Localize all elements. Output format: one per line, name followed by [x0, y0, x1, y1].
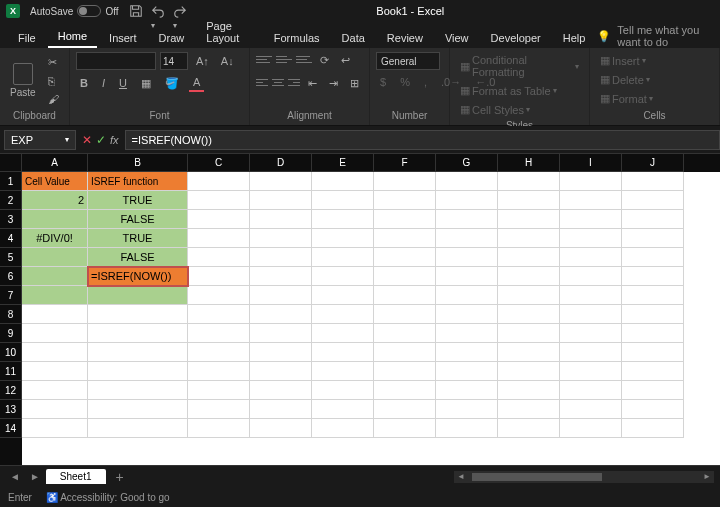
cell-B12[interactable]	[88, 381, 188, 400]
conditional-formatting-button[interactable]: ▦ Conditional Formatting ▾	[456, 52, 583, 80]
cell-D9[interactable]	[250, 324, 312, 343]
cell-J9[interactable]	[622, 324, 684, 343]
cell-B7[interactable]	[88, 286, 188, 305]
cell-I9[interactable]	[560, 324, 622, 343]
cell-J6[interactable]	[622, 267, 684, 286]
cell-C1[interactable]	[188, 172, 250, 191]
number-format-select[interactable]	[376, 52, 440, 70]
align-center-icon[interactable]	[272, 75, 284, 89]
cell-I7[interactable]	[560, 286, 622, 305]
cell-I3[interactable]	[560, 210, 622, 229]
paste-button[interactable]: Paste	[6, 61, 40, 100]
cell-C3[interactable]	[188, 210, 250, 229]
cell-G2[interactable]	[436, 191, 498, 210]
sheet-tab-active[interactable]: Sheet1	[46, 469, 106, 484]
cell-G7[interactable]	[436, 286, 498, 305]
toggle-switch-icon[interactable]	[77, 5, 101, 17]
cell-B3[interactable]: FALSE	[88, 210, 188, 229]
cell-D8[interactable]	[250, 305, 312, 324]
autosave-toggle[interactable]: AutoSave Off	[30, 5, 119, 17]
cell-G13[interactable]	[436, 400, 498, 419]
cell-H2[interactable]	[498, 191, 560, 210]
cell-F9[interactable]	[374, 324, 436, 343]
cell-D4[interactable]	[250, 229, 312, 248]
cell-G5[interactable]	[436, 248, 498, 267]
format-painter-icon[interactable]: 🖌	[44, 91, 63, 107]
cell-H8[interactable]	[498, 305, 560, 324]
row-header-8[interactable]: 8	[0, 305, 22, 324]
horizontal-scrollbar[interactable]: ◄ ►	[454, 471, 714, 483]
accounting-icon[interactable]: $	[376, 74, 390, 90]
cell-A9[interactable]	[22, 324, 88, 343]
cell-I10[interactable]	[560, 343, 622, 362]
row-header-10[interactable]: 10	[0, 343, 22, 362]
cell-E3[interactable]	[312, 210, 374, 229]
comma-icon[interactable]: ,	[420, 74, 431, 90]
cell-F12[interactable]	[374, 381, 436, 400]
cell-B13[interactable]	[88, 400, 188, 419]
cell-D14[interactable]	[250, 419, 312, 438]
column-header-j[interactable]: J	[622, 154, 684, 172]
cell-C7[interactable]	[188, 286, 250, 305]
column-header-d[interactable]: D	[250, 154, 312, 172]
cell-H7[interactable]	[498, 286, 560, 305]
cell-G8[interactable]	[436, 305, 498, 324]
cell-J11[interactable]	[622, 362, 684, 381]
cell-E12[interactable]	[312, 381, 374, 400]
cell-B10[interactable]	[88, 343, 188, 362]
decrease-font-icon[interactable]: A↓	[217, 53, 238, 69]
cell-E14[interactable]	[312, 419, 374, 438]
font-size-select[interactable]	[160, 52, 188, 70]
cell-H14[interactable]	[498, 419, 560, 438]
cell-F7[interactable]	[374, 286, 436, 305]
cell-F4[interactable]	[374, 229, 436, 248]
cell-J10[interactable]	[622, 343, 684, 362]
cell-J8[interactable]	[622, 305, 684, 324]
cell-F5[interactable]	[374, 248, 436, 267]
cell-C9[interactable]	[188, 324, 250, 343]
cell-A3[interactable]	[22, 210, 88, 229]
cell-E7[interactable]	[312, 286, 374, 305]
align-bottom-icon[interactable]	[296, 52, 312, 66]
cell-F1[interactable]	[374, 172, 436, 191]
font-color-icon[interactable]: A	[189, 74, 204, 92]
cell-H6[interactable]	[498, 267, 560, 286]
cell-F6[interactable]	[374, 267, 436, 286]
cell-H3[interactable]	[498, 210, 560, 229]
cell-A1[interactable]: Cell Value	[22, 172, 88, 191]
tab-draw[interactable]: Draw	[149, 28, 195, 48]
tab-view[interactable]: View	[435, 28, 479, 48]
cell-G6[interactable]	[436, 267, 498, 286]
cell-H12[interactable]	[498, 381, 560, 400]
cell-J2[interactable]	[622, 191, 684, 210]
row-header-2[interactable]: 2	[0, 191, 22, 210]
row-header-7[interactable]: 7	[0, 286, 22, 305]
cell-A11[interactable]	[22, 362, 88, 381]
row-header-14[interactable]: 14	[0, 419, 22, 438]
column-header-a[interactable]: A	[22, 154, 88, 172]
increase-font-icon[interactable]: A↑	[192, 53, 213, 69]
cell-I8[interactable]	[560, 305, 622, 324]
cell-C12[interactable]	[188, 381, 250, 400]
cell-I5[interactable]	[560, 248, 622, 267]
cell-I11[interactable]	[560, 362, 622, 381]
cell-H4[interactable]	[498, 229, 560, 248]
format-cells-button[interactable]: ▦ Format ▾	[596, 90, 713, 107]
tab-help[interactable]: Help	[553, 28, 596, 48]
format-as-table-button[interactable]: ▦ Format as Table ▾	[456, 82, 583, 99]
cell-G10[interactable]	[436, 343, 498, 362]
cell-E6[interactable]	[312, 267, 374, 286]
tab-developer[interactable]: Developer	[481, 28, 551, 48]
row-header-4[interactable]: 4	[0, 229, 22, 248]
cell-G14[interactable]	[436, 419, 498, 438]
cell-F13[interactable]	[374, 400, 436, 419]
scroll-left-icon[interactable]: ◄	[454, 472, 468, 481]
bold-button[interactable]: B	[76, 75, 92, 91]
tab-formulas[interactable]: Formulas	[264, 28, 330, 48]
align-top-icon[interactable]	[256, 52, 272, 66]
cell-F8[interactable]	[374, 305, 436, 324]
cell-F3[interactable]	[374, 210, 436, 229]
cell-H13[interactable]	[498, 400, 560, 419]
cell-G1[interactable]	[436, 172, 498, 191]
cell-F14[interactable]	[374, 419, 436, 438]
